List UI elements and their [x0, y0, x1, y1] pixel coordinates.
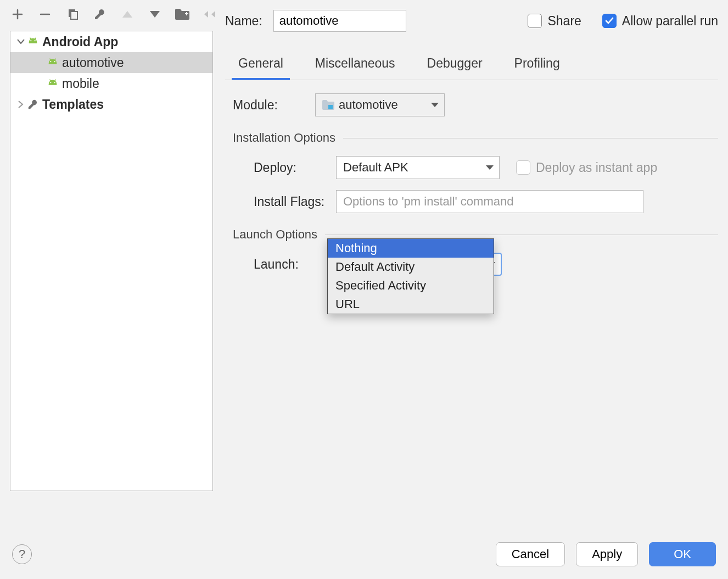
- tree-node-mobile[interactable]: mobile: [10, 73, 212, 94]
- svg-line-14: [50, 80, 51, 81]
- deploy-combo[interactable]: Default APK: [336, 156, 500, 179]
- android-icon: [47, 58, 59, 68]
- launch-option-url[interactable]: URL: [328, 295, 494, 314]
- chevron-right-icon: [15, 101, 27, 108]
- launch-option-nothing[interactable]: Nothing: [328, 239, 494, 258]
- svg-rect-3: [186, 12, 187, 15]
- tab-profiling[interactable]: Profiling: [512, 48, 562, 80]
- deploy-label: Deploy:: [233, 160, 336, 175]
- allow-parallel-checkbox[interactable]: Allow parallel run: [602, 14, 718, 29]
- svg-point-9: [54, 61, 55, 62]
- caret-down-icon: [486, 165, 494, 170]
- svg-rect-1: [71, 12, 77, 19]
- module-folder-icon: [322, 100, 334, 110]
- caret-down-icon: [431, 103, 439, 107]
- svg-line-10: [50, 59, 51, 60]
- module-label: Module:: [233, 98, 315, 113]
- svg-point-8: [50, 61, 51, 62]
- deploy-instant-label: Deploy as instant app: [536, 160, 657, 175]
- copy-icon[interactable]: [65, 7, 80, 22]
- help-button[interactable]: ?: [12, 544, 32, 564]
- apply-label: Apply: [592, 547, 622, 561]
- name-input[interactable]: [273, 10, 406, 32]
- tab-miscellaneous[interactable]: Miscellaneous: [313, 48, 397, 80]
- collapse-icon[interactable]: [202, 7, 217, 22]
- checkbox-checked-icon: [602, 14, 617, 28]
- cancel-button[interactable]: Cancel: [496, 542, 565, 566]
- deploy-instant-checkbox: Deploy as instant app: [516, 160, 657, 175]
- svg-point-12: [50, 82, 51, 83]
- wrench-icon: [27, 99, 39, 110]
- svg-line-15: [55, 80, 56, 81]
- svg-point-5: [35, 40, 36, 41]
- allow-parallel-label: Allow parallel run: [622, 14, 718, 29]
- launch-dropdown-popup[interactable]: Nothing Default Activity Specified Activ…: [327, 238, 494, 314]
- cancel-label: Cancel: [512, 547, 549, 561]
- launch-label: Launch:: [233, 257, 336, 272]
- share-checkbox[interactable]: Share: [528, 14, 581, 29]
- ok-label: OK: [674, 547, 691, 561]
- remove-icon[interactable]: [37, 7, 53, 22]
- ok-button[interactable]: OK: [649, 542, 716, 566]
- add-icon[interactable]: [10, 7, 25, 22]
- divider: [325, 235, 718, 235]
- tree-node-automotive[interactable]: automotive: [10, 52, 212, 73]
- checkbox-disabled-icon: [516, 160, 530, 175]
- module-value: automotive: [339, 98, 398, 112]
- tab-general[interactable]: General: [236, 48, 285, 80]
- module-combo[interactable]: automotive: [315, 93, 445, 116]
- tree-node-android-app[interactable]: Android App: [10, 31, 212, 52]
- android-icon: [27, 37, 39, 47]
- launch-option-default-activity[interactable]: Default Activity: [328, 258, 494, 276]
- config-tree[interactable]: Android App automotive mobile Templates: [10, 31, 213, 491]
- deploy-value: Default APK: [343, 160, 408, 175]
- svg-line-11: [55, 59, 56, 60]
- move-up-icon[interactable]: [120, 7, 135, 22]
- section-launch-label: Launch Options: [233, 227, 317, 242]
- tab-debugger[interactable]: Debugger: [425, 48, 485, 80]
- launch-option-specified-activity[interactable]: Specified Activity: [328, 276, 494, 295]
- svg-point-4: [30, 40, 31, 41]
- divider: [343, 138, 718, 138]
- install-flags-label: Install Flags:: [233, 194, 336, 209]
- svg-point-13: [54, 82, 55, 83]
- help-label: ?: [19, 547, 25, 561]
- svg-line-6: [30, 38, 31, 40]
- folder-icon[interactable]: [175, 7, 190, 22]
- checkbox-icon: [528, 14, 542, 28]
- install-flags-input[interactable]: [336, 190, 643, 213]
- tree-label: Android App: [42, 35, 118, 49]
- tree-label: automotive: [62, 55, 124, 70]
- apply-button[interactable]: Apply: [576, 542, 638, 566]
- tree-label: Templates: [42, 97, 104, 112]
- svg-rect-16: [328, 105, 333, 109]
- tree-node-templates[interactable]: Templates: [10, 94, 212, 115]
- section-install-label: Installation Options: [233, 131, 335, 145]
- svg-line-7: [35, 38, 36, 40]
- move-down-icon[interactable]: [147, 7, 163, 22]
- chevron-down-icon: [15, 39, 27, 44]
- android-icon: [47, 79, 59, 88]
- tabs: General Miscellaneous Debugger Profiling: [225, 48, 718, 80]
- wrench-icon[interactable]: [92, 7, 108, 22]
- name-label: Name:: [225, 14, 262, 29]
- share-label: Share: [547, 14, 581, 29]
- tree-label: mobile: [62, 76, 99, 91]
